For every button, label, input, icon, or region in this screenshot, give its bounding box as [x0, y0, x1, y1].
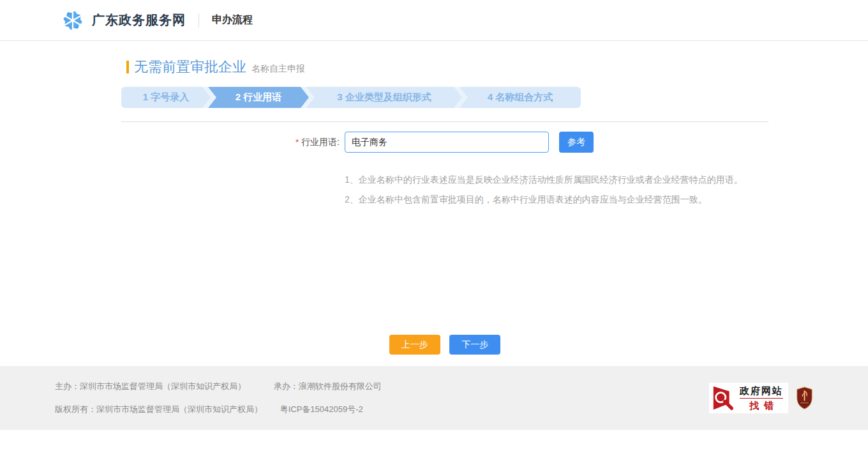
site-brand-title: 广东政务服务网 [92, 11, 186, 29]
page-title: 无需前置审批企业 [134, 57, 246, 77]
step-wizard: 1 字号录入 2 行业用语 3 企业类型及组织形式 4 名称组合方式 [121, 87, 581, 108]
hint-line-2: 2、企业名称中包含前置审批项目的，名称中行业用语表述的内容应当与企业经营范围一致… [345, 194, 768, 204]
gov-site-error-report-badge[interactable]: 政府网站 找错 [709, 383, 788, 413]
footer-badges: 政府网站 找错 [709, 383, 813, 413]
hint-line-1: 1、企业名称中的行业表述应当是反映企业经济活动性质所属国民经济行业或者企业经营特… [345, 174, 768, 185]
industry-term-label: *行业用语: [121, 137, 345, 148]
step-tab-1-zihao[interactable]: 1 字号录入 [121, 87, 211, 108]
footer-undertaker: 承办：浪潮软件股份有限公司 [274, 381, 382, 391]
footer-copyright: 版权所有：深圳市市场监督管理局（深圳市知识产权局） [55, 404, 262, 414]
error-badge-text: 政府网站 找错 [740, 385, 783, 411]
title-accent-bar [126, 61, 129, 73]
red-shield-emblem-icon [796, 387, 813, 410]
section-divider [121, 121, 768, 122]
industry-term-label-text: 行业用语: [301, 137, 340, 147]
page-title-row: 无需前置审批企业 名称自主申报 [121, 57, 768, 77]
error-badge-divider [740, 398, 783, 399]
step-tab-3-qiyeleixing[interactable]: 3 企业类型及组织形式 [306, 87, 462, 108]
industry-term-input[interactable] [345, 132, 549, 153]
prev-step-button[interactable]: 上一步 [389, 335, 440, 355]
reference-button[interactable]: 参考 [559, 132, 594, 153]
main-content: 无需前置审批企业 名称自主申报 1 字号录入 2 行业用语 3 企业类型及组织形… [121, 41, 768, 366]
industry-term-form-row: *行业用语: 参考 [121, 132, 768, 153]
error-badge-bottom-text: 找错 [740, 400, 783, 411]
error-badge-top-text: 政府网站 [740, 385, 783, 397]
gdzwfw-logo-pinwheel-icon [61, 9, 84, 32]
required-asterisk: * [296, 137, 299, 147]
page-subtitle: 名称自主申报 [251, 63, 305, 75]
nav-item-process[interactable]: 申办流程 [212, 13, 253, 27]
header-divider [198, 13, 199, 27]
next-step-button[interactable]: 下一步 [449, 335, 500, 355]
footer: 主办：深圳市市场监督管理局（深圳市知识产权局） 承办：浪潮软件股份有限公司 版权… [0, 366, 868, 430]
wizard-actions: 上一步 下一步 [121, 335, 768, 366]
step-tab-2-hangye-active[interactable]: 2 行业用语 [208, 87, 309, 108]
rights-protection-shield-badge[interactable] [796, 387, 813, 410]
magnifier-flag-icon [710, 385, 737, 411]
step-tab-4-mingchengzuhe[interactable]: 4 名称组合方式 [460, 87, 581, 108]
footer-text-block: 主办：深圳市市场监督管理局（深圳市知识产权局） 承办：浪潮软件股份有限公司 版权… [55, 382, 382, 414]
hint-list: 1、企业名称中的行业表述应当是反映企业经济活动性质所属国民经济行业或者企业经营特… [345, 174, 768, 204]
footer-host: 主办：深圳市市场监督管理局（深圳市知识产权局） [55, 381, 246, 391]
header: 广东政务服务网 申办流程 [0, 0, 868, 41]
footer-icp-number: 粤ICP备15042059号-2 [280, 404, 363, 414]
